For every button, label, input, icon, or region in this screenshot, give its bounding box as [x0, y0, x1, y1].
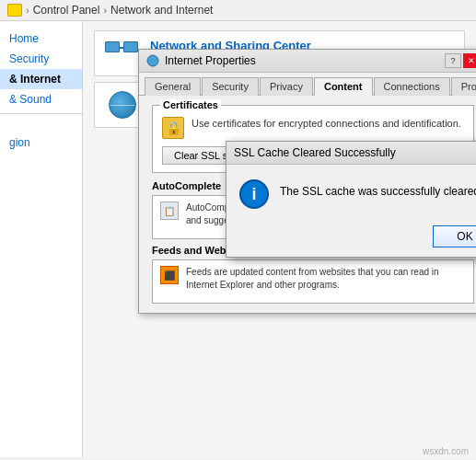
dialog-controls: ? ✕ — [445, 53, 476, 68]
sidebar-item-gion[interactable]: gion — [0, 132, 82, 153]
network-icon — [105, 40, 140, 67]
breadcrumb-item-control-panel[interactable]: Control Panel — [33, 4, 100, 17]
internet-panel-icon — [104, 90, 141, 120]
info-letter: i — [251, 185, 256, 204]
tab-content[interactable]: Content — [314, 77, 373, 96]
tab-privacy[interactable]: Privacy — [260, 77, 313, 96]
certificates-label: Certificates — [160, 99, 221, 110]
tab-programs[interactable]: Programs — [451, 77, 476, 96]
ssl-dialog: SSL Cache Cleared Successfully ✕ i The S… — [226, 141, 476, 258]
dialog-title-icon — [146, 54, 159, 67]
breadcrumb-sep: › — [26, 5, 29, 16]
dialog-title-left: Internet Properties — [146, 54, 256, 67]
autocomplete-icon: 📋 — [160, 201, 179, 220]
ssl-titlebar: SSL Cache Cleared Successfully ✕ — [226, 142, 476, 165]
network-panel-icon — [104, 39, 141, 68]
feeds-icon: ⬛ — [160, 266, 179, 284]
sidebar-item-extra[interactable] — [0, 153, 82, 160]
dialog-tabs: General Security Privacy Content Connect… — [139, 73, 476, 96]
content-area: Network and Sharing Center View network … — [83, 21, 476, 457]
dialog-close-btn[interactable]: ✕ — [463, 53, 476, 68]
monitor2 — [123, 41, 138, 52]
cert-description: Use certificates for encrypted connectio… — [192, 117, 461, 131]
cert-row: 🔒 Use certificates for encrypted connect… — [162, 117, 464, 139]
breadcrumb-bar: › Control Panel › Network and Internet — [0, 0, 476, 21]
feeds-text: Feeds are updated content from websites … — [186, 266, 466, 292]
monitor1 — [105, 41, 120, 52]
sidebar-item-internet[interactable]: & Internet — [0, 69, 82, 89]
tab-general[interactable]: General — [145, 77, 201, 96]
breadcrumb-item-network[interactable]: Network and Internet — [110, 4, 213, 17]
ssl-ok-btn[interactable]: OK — [433, 225, 476, 247]
sidebar: Home Security & Internet & Sound gion — [0, 21, 83, 457]
folder-icon — [7, 4, 22, 17]
tab-security[interactable]: Security — [202, 77, 259, 96]
sidebar-item-sound[interactable]: & Sound — [0, 89, 82, 109]
sidebar-item-nd[interactable] — [0, 125, 82, 132]
ssl-info-icon: i — [239, 179, 269, 209]
sidebar-item-security[interactable]: Security — [0, 49, 82, 69]
watermark: wsxdn.com — [423, 446, 469, 456]
ssl-message: The SSL cache was successfully cleared. — [280, 179, 476, 200]
ssl-footer: OK — [226, 218, 476, 257]
svg-point-0 — [147, 55, 158, 66]
cert-icon: 🔒 — [162, 117, 184, 139]
dialog-question-btn[interactable]: ? — [445, 53, 461, 68]
tab-connections[interactable]: Connections — [374, 77, 450, 96]
sidebar-item-home[interactable]: Home — [0, 29, 82, 49]
ssl-content: i The SSL cache was successfully cleared… — [226, 165, 476, 218]
dialog-titlebar: Internet Properties ? ✕ — [139, 50, 476, 73]
breadcrumb-sep2: › — [103, 5, 107, 16]
sidebar-divider — [0, 113, 82, 114]
ssl-title-text: SSL Cache Cleared Successfully — [234, 146, 396, 159]
feeds-block: ⬛ Feeds are updated content from website… — [152, 259, 474, 304]
main-layout: Home Security & Internet & Sound gion Ne… — [0, 21, 476, 457]
globe-icon — [109, 91, 136, 119]
dialog-title-text: Internet Properties — [165, 54, 256, 67]
sidebar-item-s[interactable] — [0, 118, 82, 125]
